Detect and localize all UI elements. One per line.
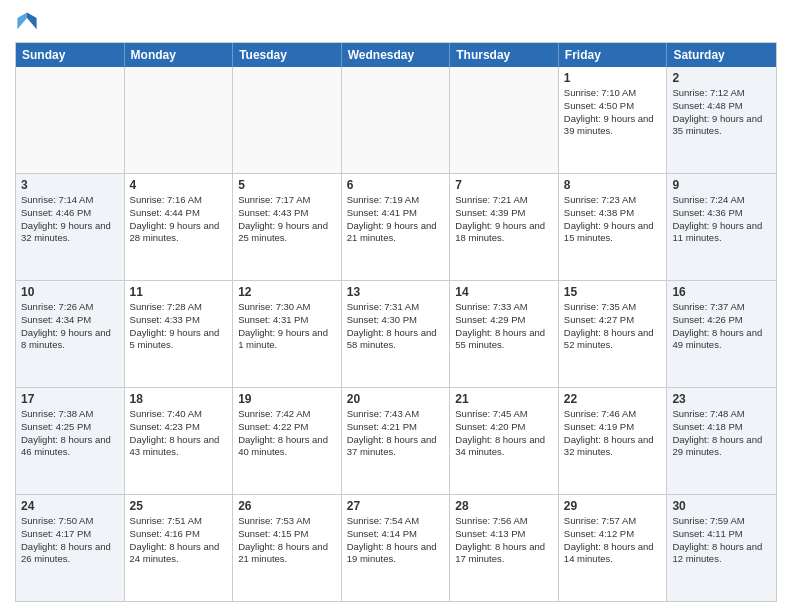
day-info: Sunrise: 7:17 AM Sunset: 4:43 PM Dayligh…	[238, 194, 336, 245]
day-number: 8	[564, 178, 662, 192]
cal-cell-30: 30Sunrise: 7:59 AM Sunset: 4:11 PM Dayli…	[667, 495, 776, 601]
day-number: 26	[238, 499, 336, 513]
cal-cell-24: 24Sunrise: 7:50 AM Sunset: 4:17 PM Dayli…	[16, 495, 125, 601]
day-info: Sunrise: 7:43 AM Sunset: 4:21 PM Dayligh…	[347, 408, 445, 459]
cal-cell-23: 23Sunrise: 7:48 AM Sunset: 4:18 PM Dayli…	[667, 388, 776, 494]
day-info: Sunrise: 7:23 AM Sunset: 4:38 PM Dayligh…	[564, 194, 662, 245]
day-number: 7	[455, 178, 553, 192]
cal-cell-28: 28Sunrise: 7:56 AM Sunset: 4:13 PM Dayli…	[450, 495, 559, 601]
page: SundayMondayTuesdayWednesdayThursdayFrid…	[0, 0, 792, 612]
cal-cell-15: 15Sunrise: 7:35 AM Sunset: 4:27 PM Dayli…	[559, 281, 668, 387]
cal-cell-empty-1	[125, 67, 234, 173]
cal-cell-19: 19Sunrise: 7:42 AM Sunset: 4:22 PM Dayli…	[233, 388, 342, 494]
day-number: 6	[347, 178, 445, 192]
logo	[15, 10, 41, 34]
cal-cell-29: 29Sunrise: 7:57 AM Sunset: 4:12 PM Dayli…	[559, 495, 668, 601]
cal-cell-6: 6Sunrise: 7:19 AM Sunset: 4:41 PM Daylig…	[342, 174, 451, 280]
day-info: Sunrise: 7:12 AM Sunset: 4:48 PM Dayligh…	[672, 87, 771, 138]
cal-cell-empty-0	[16, 67, 125, 173]
day-info: Sunrise: 7:40 AM Sunset: 4:23 PM Dayligh…	[130, 408, 228, 459]
cal-cell-11: 11Sunrise: 7:28 AM Sunset: 4:33 PM Dayli…	[125, 281, 234, 387]
day-number: 23	[672, 392, 771, 406]
day-info: Sunrise: 7:33 AM Sunset: 4:29 PM Dayligh…	[455, 301, 553, 352]
day-info: Sunrise: 7:57 AM Sunset: 4:12 PM Dayligh…	[564, 515, 662, 566]
day-info: Sunrise: 7:56 AM Sunset: 4:13 PM Dayligh…	[455, 515, 553, 566]
day-info: Sunrise: 7:35 AM Sunset: 4:27 PM Dayligh…	[564, 301, 662, 352]
calendar: SundayMondayTuesdayWednesdayThursdayFrid…	[15, 42, 777, 602]
day-number: 22	[564, 392, 662, 406]
cal-cell-3: 3Sunrise: 7:14 AM Sunset: 4:46 PM Daylig…	[16, 174, 125, 280]
day-info: Sunrise: 7:42 AM Sunset: 4:22 PM Dayligh…	[238, 408, 336, 459]
cal-cell-20: 20Sunrise: 7:43 AM Sunset: 4:21 PM Dayli…	[342, 388, 451, 494]
header-day-friday: Friday	[559, 43, 668, 67]
cal-cell-14: 14Sunrise: 7:33 AM Sunset: 4:29 PM Dayli…	[450, 281, 559, 387]
day-number: 10	[21, 285, 119, 299]
day-number: 17	[21, 392, 119, 406]
cal-cell-26: 26Sunrise: 7:53 AM Sunset: 4:15 PM Dayli…	[233, 495, 342, 601]
day-info: Sunrise: 7:14 AM Sunset: 4:46 PM Dayligh…	[21, 194, 119, 245]
day-number: 15	[564, 285, 662, 299]
cal-cell-17: 17Sunrise: 7:38 AM Sunset: 4:25 PM Dayli…	[16, 388, 125, 494]
cal-cell-27: 27Sunrise: 7:54 AM Sunset: 4:14 PM Dayli…	[342, 495, 451, 601]
cal-cell-2: 2Sunrise: 7:12 AM Sunset: 4:48 PM Daylig…	[667, 67, 776, 173]
calendar-row-4: 24Sunrise: 7:50 AM Sunset: 4:17 PM Dayli…	[16, 495, 776, 601]
day-number: 24	[21, 499, 119, 513]
header-day-thursday: Thursday	[450, 43, 559, 67]
day-info: Sunrise: 7:10 AM Sunset: 4:50 PM Dayligh…	[564, 87, 662, 138]
cal-cell-16: 16Sunrise: 7:37 AM Sunset: 4:26 PM Dayli…	[667, 281, 776, 387]
cal-cell-8: 8Sunrise: 7:23 AM Sunset: 4:38 PM Daylig…	[559, 174, 668, 280]
cal-cell-empty-3	[342, 67, 451, 173]
header-day-monday: Monday	[125, 43, 234, 67]
day-info: Sunrise: 7:16 AM Sunset: 4:44 PM Dayligh…	[130, 194, 228, 245]
header-day-tuesday: Tuesday	[233, 43, 342, 67]
svg-marker-1	[17, 12, 27, 29]
cal-cell-18: 18Sunrise: 7:40 AM Sunset: 4:23 PM Dayli…	[125, 388, 234, 494]
day-info: Sunrise: 7:37 AM Sunset: 4:26 PM Dayligh…	[672, 301, 771, 352]
cal-cell-21: 21Sunrise: 7:45 AM Sunset: 4:20 PM Dayli…	[450, 388, 559, 494]
day-info: Sunrise: 7:28 AM Sunset: 4:33 PM Dayligh…	[130, 301, 228, 352]
day-number: 20	[347, 392, 445, 406]
cal-cell-12: 12Sunrise: 7:30 AM Sunset: 4:31 PM Dayli…	[233, 281, 342, 387]
day-info: Sunrise: 7:46 AM Sunset: 4:19 PM Dayligh…	[564, 408, 662, 459]
cal-cell-10: 10Sunrise: 7:26 AM Sunset: 4:34 PM Dayli…	[16, 281, 125, 387]
day-number: 11	[130, 285, 228, 299]
day-info: Sunrise: 7:19 AM Sunset: 4:41 PM Dayligh…	[347, 194, 445, 245]
day-number: 28	[455, 499, 553, 513]
cal-cell-empty-2	[233, 67, 342, 173]
day-number: 18	[130, 392, 228, 406]
day-number: 4	[130, 178, 228, 192]
calendar-header: SundayMondayTuesdayWednesdayThursdayFrid…	[16, 43, 776, 67]
day-number: 1	[564, 71, 662, 85]
header-day-saturday: Saturday	[667, 43, 776, 67]
cal-cell-13: 13Sunrise: 7:31 AM Sunset: 4:30 PM Dayli…	[342, 281, 451, 387]
day-info: Sunrise: 7:50 AM Sunset: 4:17 PM Dayligh…	[21, 515, 119, 566]
calendar-body: 1Sunrise: 7:10 AM Sunset: 4:50 PM Daylig…	[16, 67, 776, 601]
header-day-wednesday: Wednesday	[342, 43, 451, 67]
calendar-row-2: 10Sunrise: 7:26 AM Sunset: 4:34 PM Dayli…	[16, 281, 776, 388]
header	[15, 10, 777, 34]
day-number: 30	[672, 499, 771, 513]
cal-cell-5: 5Sunrise: 7:17 AM Sunset: 4:43 PM Daylig…	[233, 174, 342, 280]
day-info: Sunrise: 7:30 AM Sunset: 4:31 PM Dayligh…	[238, 301, 336, 352]
day-info: Sunrise: 7:48 AM Sunset: 4:18 PM Dayligh…	[672, 408, 771, 459]
day-info: Sunrise: 7:26 AM Sunset: 4:34 PM Dayligh…	[21, 301, 119, 352]
day-number: 14	[455, 285, 553, 299]
cal-cell-7: 7Sunrise: 7:21 AM Sunset: 4:39 PM Daylig…	[450, 174, 559, 280]
day-info: Sunrise: 7:59 AM Sunset: 4:11 PM Dayligh…	[672, 515, 771, 566]
day-number: 9	[672, 178, 771, 192]
header-day-sunday: Sunday	[16, 43, 125, 67]
day-info: Sunrise: 7:53 AM Sunset: 4:15 PM Dayligh…	[238, 515, 336, 566]
day-number: 5	[238, 178, 336, 192]
day-info: Sunrise: 7:54 AM Sunset: 4:14 PM Dayligh…	[347, 515, 445, 566]
day-number: 13	[347, 285, 445, 299]
calendar-row-1: 3Sunrise: 7:14 AM Sunset: 4:46 PM Daylig…	[16, 174, 776, 281]
day-info: Sunrise: 7:38 AM Sunset: 4:25 PM Dayligh…	[21, 408, 119, 459]
svg-marker-0	[27, 12, 37, 29]
day-number: 29	[564, 499, 662, 513]
day-number: 21	[455, 392, 553, 406]
day-info: Sunrise: 7:24 AM Sunset: 4:36 PM Dayligh…	[672, 194, 771, 245]
day-info: Sunrise: 7:51 AM Sunset: 4:16 PM Dayligh…	[130, 515, 228, 566]
cal-cell-empty-4	[450, 67, 559, 173]
day-number: 12	[238, 285, 336, 299]
day-number: 19	[238, 392, 336, 406]
